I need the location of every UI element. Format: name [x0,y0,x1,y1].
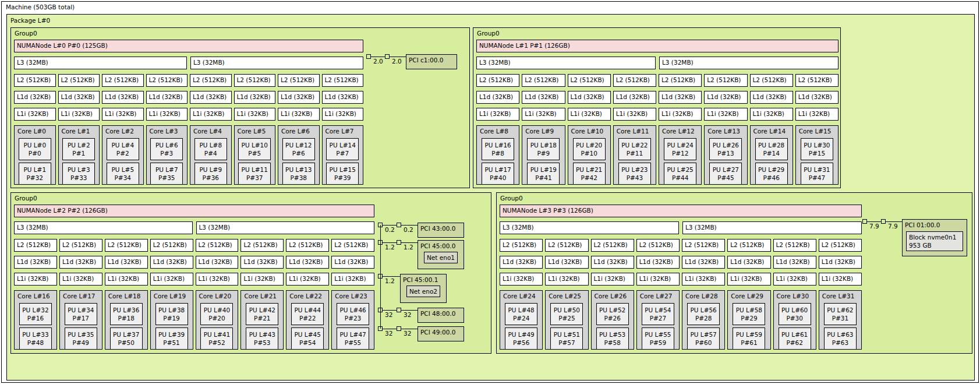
pu-physical-label: P#40 [482,174,514,182]
l1d-cache-box: L1d (32KB) [322,91,364,104]
pu-box: PU L#54P#27 [642,303,674,325]
pci-link-speed-label: 1.2 [385,277,395,284]
l1d-cache-box: L1d (32KB) [568,91,611,104]
group-label: Group0 [500,195,523,202]
l3-cache-box: L3 (32MB) [500,221,679,234]
core-row: Core L#16PU L#32P#16PU L#33P#48Core L#17… [14,290,374,350]
pu-physical-label: P#33 [63,174,94,182]
l1d-row: L1d (32KB)L1d (32KB)L1d (32KB)L1d (32KB)… [500,256,862,269]
l3-cache-box: L3 (32MB) [682,221,862,234]
pu-physical-label: P#32 [19,174,51,182]
core-box: Core L#18PU L#36P#18PU L#37P#50 [105,290,148,350]
lstopo-topology-diagram: Machine (503GB total) Package L#0 Group0… [0,0,980,384]
group-label: Group0 [15,195,37,202]
pu-box: PU L#10P#5 [238,138,271,160]
pu-box: PU L#0P#0 [19,138,51,160]
l3-row: L3 (32MB)L3 (32MB) [476,57,839,69]
pu-logical-label: PU L#56 [688,306,719,314]
l2-cache-box: L2 (512KB) [704,74,747,87]
l1i-cache-box: L1i (32KB) [568,108,611,121]
pu-box: PU L#12P#6 [282,138,315,160]
pu-box: PU L#20P#10 [573,138,606,160]
core-row: Core L#8PU L#16P#8PU L#17P#40Core L#9PU … [476,125,839,185]
pci-link-connector [862,219,867,224]
pci-device-box: PCI 49:00.0 [418,326,464,341]
l2-cache-box: L2 (512KB) [522,74,565,87]
core-label: Core L#13 [707,128,745,135]
l3-cache-box: L3 (32MB) [196,221,375,234]
pu-box: PU L#47P#55 [337,327,369,350]
pu-box: PU L#5P#34 [107,163,139,185]
pu-box: PU L#7P#35 [150,163,183,185]
pu-physical-label: P#5 [239,149,270,157]
pu-physical-label: P#48 [20,339,51,347]
core-box: Core L#31PU L#62P#31PU L#63P#63 [819,290,862,350]
pci-link-speed-label: 32 [404,330,411,337]
pu-logical-label: PU L#39 [156,330,187,339]
pu-logical-label: PU L#21 [574,165,605,174]
l1i-cache-box: L1i (32KB) [196,273,239,286]
pu-box: PU L#44P#22 [291,303,324,325]
pu-physical-label: P#50 [111,339,142,347]
l1d-cache-box: L1d (32KB) [682,256,725,269]
pu-physical-label: P#52 [201,339,232,347]
core-label: Core L#10 [571,128,608,135]
l2-cache-box: L2 (512KB) [146,74,188,87]
core-box: Core L#14PU L#28P#14PU L#29P#46 [750,125,793,185]
pu-logical-label: PU L#22 [619,141,650,149]
core-box: Core L#15PU L#30P#15PU L#31P#47 [795,125,839,185]
pu-box: PU L#9P#36 [194,163,227,185]
pu-physical-label: P#46 [756,174,787,182]
pu-box: PU L#6P#3 [150,138,183,160]
pu-physical-label: P#4 [195,149,227,157]
pu-physical-label: P#26 [597,314,628,322]
pu-logical-label: PU L#36 [111,306,142,314]
pu-box: PU L#41P#52 [200,327,233,350]
pu-box: PU L#1P#32 [19,163,51,185]
core-box: Core L#17PU L#34P#17PU L#35P#49 [59,290,102,350]
l1d-cache-box: L1d (32KB) [240,256,284,269]
pu-box: PU L#61P#62 [779,327,811,350]
pu-physical-label: P#62 [779,339,811,347]
l1i-cache-box: L1i (32KB) [59,273,102,286]
l2-cache-box: L2 (512KB) [196,239,239,252]
l1d-cache-box: L1d (32KB) [613,91,656,104]
l2-cache-box: L2 (512KB) [682,239,725,252]
pu-logical-label: PU L#5 [107,165,139,174]
pu-box: PU L#38P#19 [155,303,188,325]
pu-logical-label: PU L#27 [710,165,741,174]
pu-logical-label: PU L#10 [239,141,270,149]
l1i-cache-box: L1i (32KB) [545,273,588,286]
pu-logical-label: PU L#25 [664,165,696,174]
l1i-cache-box: L1i (32KB) [795,108,839,121]
pu-box: PU L#45P#54 [291,327,324,350]
pu-box: PU L#34P#17 [65,303,97,325]
l3-cache-box: L3 (32MB) [14,57,187,69]
pu-physical-label: P#8 [482,149,514,157]
l1i-cache-box: L1i (32KB) [105,273,148,286]
pu-physical-label: P#12 [664,149,696,157]
core-box: Core L#26PU L#52P#26PU L#53P#58 [591,290,634,350]
pu-logical-label: PU L#8 [195,141,227,149]
l1i-cache-box: L1i (32KB) [102,108,144,121]
pu-physical-label: P#54 [292,339,323,347]
pu-physical-label: P#35 [151,174,182,182]
pu-box: PU L#29P#46 [755,163,788,185]
pu-logical-label: PU L#26 [710,141,741,149]
pci-link-connector [397,240,401,245]
l1d-cache-box: L1d (32KB) [636,256,680,269]
pu-physical-label: P#1 [63,149,94,157]
pu-box: PU L#31P#47 [801,163,833,185]
pu-physical-label: P#43 [619,174,650,182]
l1d-cache-box: L1d (32KB) [14,91,56,104]
l3-cache-box: L3 (32MB) [190,57,363,69]
pci-link-speed-label: 32 [385,311,392,318]
pu-physical-label: P#56 [505,339,537,347]
l1d-cache-box: L1d (32KB) [591,256,634,269]
group-box: Group0NUMANode L#2 P#2 (126GB)L3 (32MB)L… [10,192,491,354]
l1d-cache-box: L1d (32KB) [819,256,862,269]
core-label: Core L#5 [238,128,274,135]
core-box: Core L#28PU L#56P#28PU L#57P#60 [682,290,725,350]
pu-box: PU L#33P#48 [19,327,52,350]
l1d-cache-box: L1d (32KB) [545,256,588,269]
